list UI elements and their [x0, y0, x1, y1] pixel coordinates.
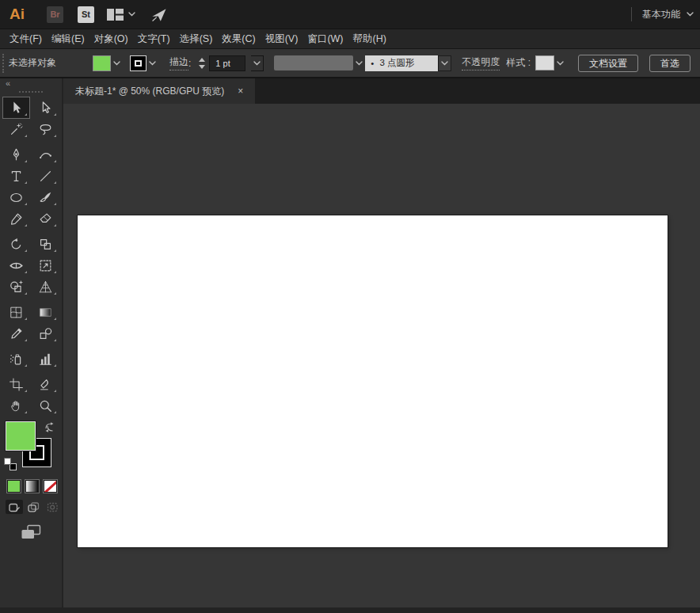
menu-effect[interactable]: 效果(C)	[217, 29, 260, 48]
column-graph-tool-icon	[38, 352, 53, 367]
stroke-label-colon: :	[188, 58, 191, 69]
shape-builder-tool[interactable]	[3, 276, 29, 297]
pasteboard[interactable]	[63, 104, 700, 607]
menu-view[interactable]: 视图(V)	[261, 29, 303, 48]
chevron-down-icon	[557, 61, 564, 66]
shaper-tool[interactable]	[3, 208, 29, 229]
magic-wand-tool[interactable]	[3, 119, 29, 139]
gradient-mode-button[interactable]	[25, 480, 39, 493]
eyedropper-tool[interactable]	[3, 323, 29, 344]
mesh-tool[interactable]	[3, 302, 29, 322]
workspace-switcher[interactable]: 基本功能	[631, 7, 700, 21]
blend-tool-icon	[38, 326, 53, 341]
artboard-tool-icon	[9, 377, 24, 392]
none-mode-button[interactable]	[44, 480, 57, 493]
color-mode-button[interactable]	[7, 480, 21, 493]
ellipse-tool-icon	[9, 190, 24, 205]
menu-help[interactable]: 帮助(H)	[348, 29, 391, 48]
tools-panel-collapse-button[interactable]: «	[0, 78, 62, 89]
zoom-tool[interactable]	[32, 395, 59, 416]
symbol-sprayer-tool[interactable]	[3, 348, 29, 369]
arrange-documents-chevron[interactable]	[128, 12, 135, 17]
blend-tool[interactable]	[32, 323, 59, 344]
direct-selection-tool[interactable]	[32, 97, 59, 118]
stepper-up-icon[interactable]	[199, 58, 205, 62]
fill-proxy-swatch[interactable]	[6, 421, 36, 451]
curvature-tool[interactable]	[32, 144, 59, 165]
lasso-tool[interactable]	[32, 119, 59, 139]
symbol-sprayer-tool-icon	[9, 352, 24, 367]
stepper-down-icon[interactable]	[199, 65, 205, 69]
document-tab[interactable]: 未标题-1* @ 50% (RGB/GPU 预览) ×	[63, 78, 255, 104]
hand-tool[interactable]	[3, 395, 29, 416]
pen-tool[interactable]	[3, 144, 29, 165]
chevron-down-icon	[113, 61, 120, 66]
brush-definition-dropdown[interactable]	[438, 55, 451, 71]
variable-width-profile-preview[interactable]	[274, 55, 353, 70]
brush-definition-field[interactable]: • 3 点圆形	[365, 55, 438, 71]
fill-color-dropdown[interactable]	[111, 55, 123, 71]
gradient-tool[interactable]	[32, 302, 59, 322]
brush-preview-dot: •	[371, 59, 374, 68]
eraser-tool[interactable]	[32, 208, 59, 229]
opacity-panel-link[interactable]: 不透明度	[462, 55, 500, 70]
variable-width-profile-dropdown[interactable]	[353, 55, 365, 71]
menu-select[interactable]: 选择(S)	[175, 29, 218, 48]
free-transform-tool[interactable]	[32, 255, 59, 276]
rocket-icon	[150, 7, 168, 22]
line-segment-tool[interactable]	[32, 166, 59, 186]
bridge-button[interactable]: Br	[47, 6, 63, 23]
artboard-tool[interactable]	[3, 374, 29, 394]
draw-inside-button	[44, 500, 61, 514]
tools-panel-grip[interactable]	[19, 91, 43, 93]
slice-tool[interactable]	[32, 374, 59, 394]
preferences-button[interactable]: 首选	[649, 55, 690, 72]
control-bar-grip[interactable]	[2, 54, 6, 73]
perspective-grid-tool[interactable]	[32, 276, 59, 297]
swap-fill-stroke-icon[interactable]	[44, 422, 55, 432]
graphic-style-dropdown[interactable]	[554, 55, 566, 71]
app-title-bar: Ai Br St 基本功能	[0, 0, 700, 29]
tools-panel: «	[0, 78, 63, 607]
stroke-color-dropdown[interactable]	[146, 55, 158, 71]
stock-button[interactable]: St	[78, 6, 94, 23]
menu-file[interactable]: 文件(F)	[5, 29, 47, 48]
width-tool[interactable]	[3, 255, 29, 276]
tab-close-icon[interactable]: ×	[238, 86, 243, 96]
rotate-tool[interactable]	[3, 234, 29, 254]
stroke-weight-input[interactable]: 1 pt	[209, 55, 245, 71]
draw-behind-button[interactable]	[25, 500, 42, 514]
line-segment-tool-icon	[38, 169, 53, 184]
menu-object[interactable]: 对象(O)	[89, 29, 133, 48]
selection-tool[interactable]	[3, 97, 29, 118]
window-bottom-edge	[0, 607, 700, 613]
screen-mode-button[interactable]	[0, 524, 62, 540]
artboard-canvas[interactable]	[78, 215, 668, 547]
selection-status: 未选择对象	[9, 56, 67, 70]
draw-normal-button[interactable]	[6, 500, 23, 514]
stroke-panel-link[interactable]: 描边	[169, 55, 188, 70]
workspace-name: 基本功能	[642, 8, 680, 21]
stroke-weight-dropdown[interactable]	[251, 55, 264, 71]
scale-tool[interactable]	[32, 234, 59, 254]
menu-type[interactable]: 文字(T)	[133, 29, 175, 48]
stroke-color-swatch[interactable]	[130, 55, 146, 71]
graphic-style-swatch[interactable]	[535, 55, 554, 70]
drawing-mode-row	[6, 500, 62, 514]
document-setup-button[interactable]: 文档设置	[578, 55, 638, 72]
lasso-tool-icon	[38, 122, 53, 137]
share-rocket-button[interactable]	[150, 7, 168, 22]
menu-edit[interactable]: 编辑(E)	[47, 29, 89, 48]
chevron-down-icon	[149, 61, 156, 66]
stroke-weight-stepper[interactable]	[196, 55, 207, 71]
ellipse-tool[interactable]	[3, 187, 29, 208]
fill-color-swatch[interactable]	[93, 55, 111, 71]
menu-window[interactable]: 窗口(W)	[302, 29, 348, 48]
default-fill-stroke-button[interactable]	[4, 458, 17, 470]
column-graph-tool[interactable]	[32, 348, 59, 369]
paintbrush-tool[interactable]	[32, 187, 59, 208]
arrange-documents-button[interactable]	[107, 9, 124, 21]
type-tool[interactable]	[3, 166, 29, 186]
paint-mode-row	[7, 480, 62, 493]
illustrator-logo-icon: Ai	[10, 6, 25, 23]
